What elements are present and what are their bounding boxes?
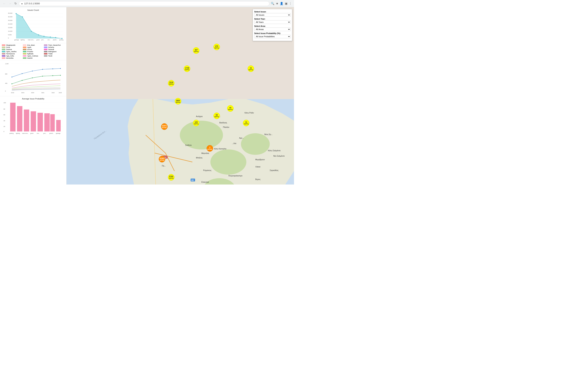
url-text: 127.0.0.1:5000	[24, 2, 40, 5]
map-marker[interactable]: 41503garbage	[159, 156, 165, 162]
svg-point-42	[22, 73, 23, 74]
map-marker[interactable]: 44lighting	[227, 105, 233, 112]
svg-text:Βασίλειος: Βασίλειος	[219, 122, 227, 124]
svg-text:2019: 2019	[21, 92, 24, 93]
svg-text:Κάτω Καστρίτοι: Κάτω Καστρίτοι	[214, 148, 226, 150]
svg-point-47	[11, 83, 12, 84]
svg-point-41	[11, 77, 12, 78]
legend-item: Triwn_Navarchvn	[44, 44, 65, 46]
legend-item: Tarampoura	[2, 53, 22, 55]
map-marker[interactable]: 11lighting	[243, 120, 249, 126]
legend-container: SkagiopoulioKria_ItewnTriwn_NavarchvnOvr…	[0, 43, 66, 60]
select-area-dropdown[interactable]: All Areas	[254, 28, 291, 31]
legend-item: Agios_Andreas	[23, 55, 43, 57]
svg-text:A5: A5	[191, 179, 194, 181]
svg-point-22	[50, 37, 51, 38]
legend-item: Makrigianni	[44, 51, 65, 52]
select-year-dropdown[interactable]: All Years 2018 2019 2020 2021 2022 2023	[254, 20, 291, 24]
map-marker[interactable]: 58lighting	[213, 113, 220, 119]
reload-button[interactable]: ↻	[14, 1, 17, 6]
forward-button[interactable]: →	[8, 1, 12, 6]
svg-text:parking: parking	[10, 133, 14, 134]
svg-text:2021: 2021	[41, 92, 44, 93]
issues-count-chart: Issues Count 35,000 30,000 25,000 20,000…	[0, 7, 66, 43]
svg-point-92	[241, 133, 270, 155]
svg-text:lighting: lighting	[16, 133, 20, 134]
svg-text:5,000: 5,000	[8, 34, 12, 36]
map-marker[interactable]: 2garbage	[207, 145, 213, 152]
svg-text:prot...: prot...	[41, 39, 45, 41]
svg-text:20: 20	[4, 126, 5, 127]
svg-point-45	[52, 68, 53, 69]
select-prob-dropdown[interactable]: All Issue Probabilities 0-25 25-50 50-75…	[254, 35, 291, 38]
chart3-title: Average Issue Probability	[2, 98, 65, 100]
svg-point-46	[60, 68, 61, 69]
map-container[interactable]: .water { fill: #c8dcf0; } .land { fill: …	[67, 7, 294, 184]
legend-item: Agios_Vasilios	[2, 51, 22, 52]
svg-rect-73	[24, 110, 29, 132]
map-marker[interactable]: 9760lighting	[168, 174, 174, 181]
svg-point-24	[61, 38, 62, 39]
svg-text:Μπάλος: Μπάλος	[196, 157, 203, 159]
legend-item: Kria_Itewn	[23, 44, 43, 46]
svg-text:Πλατάνι: Πλατάνι	[223, 126, 229, 128]
legend-item: Tsivdi	[44, 55, 65, 57]
svg-point-51	[52, 75, 53, 76]
svg-point-20	[38, 34, 39, 35]
svg-text:10,000: 10,000	[8, 31, 13, 32]
svg-point-50	[42, 76, 43, 77]
svg-text:2023: 2023	[59, 92, 62, 93]
bar-chart-svg: 100 80 60 40 20 0	[2, 101, 65, 136]
map-marker[interactable]: 123lighting	[193, 120, 199, 126]
map-marker[interactable]: 15lighting	[248, 65, 254, 72]
svg-text:env...: env...	[37, 133, 40, 134]
svg-text:green: green	[37, 39, 40, 41]
select-issue-dropdown[interactable]: All Issues lighting garbage road-constru…	[254, 13, 291, 17]
svg-point-49	[32, 78, 33, 78]
svg-text:15,000: 15,000	[8, 27, 13, 28]
chart1-title: Issues Count	[2, 9, 65, 11]
legend-item: Demenika	[2, 57, 22, 59]
svg-text:plumb...: plumb...	[53, 39, 58, 41]
legend-item: Gouva	[23, 49, 43, 50]
svg-text:2018: 2018	[11, 92, 14, 93]
svg-text:0: 0	[4, 131, 4, 132]
svg-rect-78	[56, 120, 61, 132]
menu-icon[interactable]: ⋮	[289, 2, 292, 5]
svg-text:garbage: garbage	[14, 39, 19, 41]
map-controls-panel: Select Issue: All Issues lighting garbag…	[253, 9, 292, 41]
legend-item: Tritaki	[44, 53, 65, 55]
svg-text:garbage: garbage	[56, 133, 61, 134]
svg-point-19	[31, 31, 32, 32]
svg-text:80: 80	[4, 108, 5, 110]
svg-text:2020: 2020	[31, 92, 34, 93]
svg-text:800: 800	[5, 73, 7, 75]
svg-text:Νέος Ερ...: Νέος Ερ...	[264, 133, 273, 135]
map-marker[interactable]: 1739lighting	[184, 65, 190, 72]
svg-text:Βερινς: Βερινς	[255, 178, 261, 180]
back-button[interactable]: ←	[2, 1, 7, 6]
svg-text:road-cons...: road-cons...	[22, 133, 29, 134]
svg-text:20,000: 20,000	[8, 23, 13, 25]
svg-rect-72	[17, 106, 22, 132]
svg-rect-74	[31, 111, 36, 132]
map-marker[interactable]: 275lighting	[213, 44, 220, 50]
svg-text:400: 400	[5, 82, 7, 84]
map-marker[interactable]: 2855lighting	[175, 98, 181, 104]
map-marker[interactable]: 1518lighting	[168, 80, 174, 86]
profile-icon[interactable]: 👤	[280, 2, 284, 5]
svg-text:Κάτω Ροδιν: Κάτω Ροδιν	[244, 112, 254, 114]
search-icon[interactable]: 🔍	[271, 2, 274, 5]
map-marker[interactable]: 327lighting	[193, 47, 199, 54]
svg-text:plumb...: plumb...	[50, 133, 54, 134]
svg-text:Μυρόβρουν: Μυρόβρουν	[255, 159, 265, 161]
address-bar[interactable]: ● 127.0.0.1:5000	[19, 1, 269, 6]
legend-item: Proastio	[23, 51, 43, 52]
legend-item: Ovria	[2, 46, 22, 48]
svg-point-48	[22, 80, 23, 81]
map-marker[interactable]: 15471garbage	[161, 123, 168, 130]
svg-rect-76	[44, 113, 50, 132]
bookmark-icon[interactable]: ★	[276, 2, 278, 5]
legend-item: Zastova	[2, 49, 22, 50]
extensions-icon[interactable]: ▣	[285, 2, 287, 5]
